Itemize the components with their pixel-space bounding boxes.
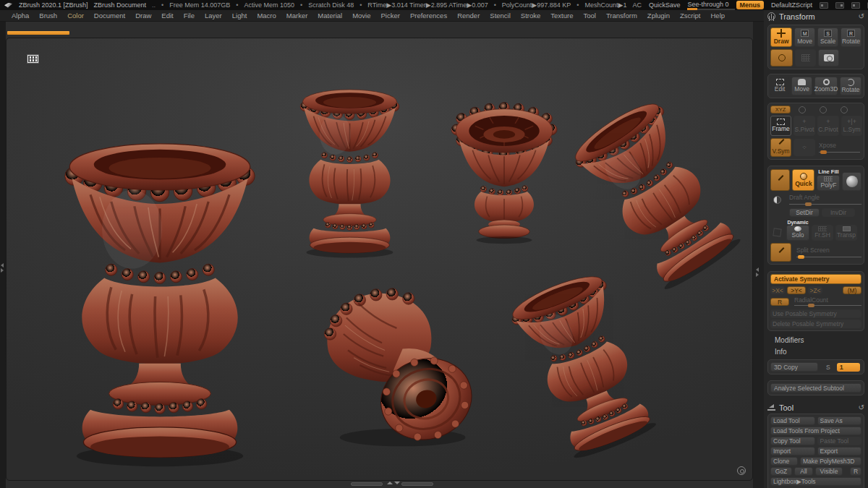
solo-button[interactable]: Solo — [786, 225, 809, 241]
tool-reset-icon[interactable]: ↺ — [859, 403, 864, 411]
menus-button[interactable]: Menus — [736, 1, 765, 9]
gyro-button[interactable] — [795, 49, 816, 67]
see-through-slider[interactable]: See-through 0 — [687, 1, 728, 10]
copy-count-slider[interactable]: 1 — [837, 363, 860, 372]
goz-visible-button[interactable]: Visible — [815, 467, 843, 476]
ghost-cube-icon[interactable] — [773, 228, 781, 236]
menu-file[interactable]: File — [179, 10, 199, 21]
rot-z-icon[interactable] — [841, 106, 848, 114]
menu-texture[interactable]: Texture — [546, 10, 577, 21]
setdir-button[interactable]: SetDir — [789, 208, 820, 217]
rotate-mode-button[interactable]: R Rotate — [841, 27, 861, 47]
copy-tool-button[interactable]: Copy Tool — [770, 437, 815, 445]
delete-posable-symmetry-button[interactable]: Delete Posable Symmetry — [770, 320, 861, 328]
scale-mode-button[interactable]: S Scale — [817, 27, 838, 47]
spix-button[interactable] — [770, 169, 790, 191]
transp-button[interactable]: Transp — [835, 225, 857, 241]
menu-material[interactable]: Material — [313, 10, 346, 21]
make-polymesh3d-button[interactable]: Make PolyMesh3D — [800, 457, 861, 466]
menu-draw[interactable]: Draw — [131, 10, 156, 21]
menu-marker[interactable]: Marker — [282, 10, 312, 21]
dock-left-tray-icon[interactable] — [820, 2, 828, 9]
snapshot-camera-button[interactable] — [818, 49, 839, 67]
nav-zoom3d-button[interactable]: Zoom3D — [814, 77, 838, 95]
frame-button[interactable]: Frame — [770, 116, 791, 136]
menu-zplugin[interactable]: Zplugin — [643, 10, 674, 21]
load-tools-from-project-button[interactable]: Load Tools From Project — [770, 427, 861, 435]
sym-x-button[interactable]: >X< — [770, 286, 785, 294]
lightbox-tools-button[interactable]: Lightbox▶Tools — [770, 477, 861, 486]
dock-right-tray-icon[interactable] — [835, 2, 844, 9]
palette-dock-icon[interactable] — [851, 2, 860, 9]
bottom-tray-bar-left[interactable] — [351, 482, 383, 486]
quicksave-button[interactable]: QuickSave — [649, 1, 681, 9]
save-as-button[interactable]: Save As — [817, 416, 862, 425]
invdir-button[interactable]: InvDir — [822, 208, 855, 217]
v-sym-button[interactable]: V.Sym — [770, 138, 791, 157]
load-tool-button[interactable]: Load Tool — [770, 416, 815, 425]
sym-r-button[interactable]: R — [770, 298, 789, 306]
goz-r-button[interactable]: R — [850, 467, 861, 476]
brush-stroke-button[interactable] — [770, 49, 793, 67]
s-pivot-button[interactable]: + S.Pivot — [793, 116, 815, 136]
bottom-tray-bar-right[interactable] — [401, 482, 433, 486]
canvas-resize-handle-icon[interactable] — [737, 466, 746, 475]
menu-color[interactable]: Color — [63, 10, 88, 21]
activate-symmetry-button[interactable]: Activate Symmetry — [770, 274, 861, 284]
l-sym-button[interactable]: +|+ L.Sym — [841, 116, 862, 136]
frsh-button[interactable]: Fr.SH — [812, 225, 833, 241]
sym-m-button[interactable]: (M) — [843, 286, 861, 294]
copy-3d-button[interactable]: 3D Copy — [770, 362, 818, 372]
reset-icon[interactable]: ↺ — [859, 12, 864, 20]
default-zscript-button[interactable]: DefaultZScript — [771, 1, 812, 9]
menu-render[interactable]: Render — [453, 10, 484, 21]
modifiers-section[interactable]: Modifiers — [767, 336, 864, 344]
clone-button[interactable]: Clone — [770, 457, 798, 466]
xyz-button[interactable]: XYZ — [770, 106, 791, 114]
menu-alpha[interactable]: Alpha — [7, 10, 33, 21]
menu-transform[interactable]: Transform — [602, 10, 642, 21]
menu-tool[interactable]: Tool — [579, 10, 600, 21]
xpose-icon-button[interactable]: ⁘ — [793, 139, 815, 156]
draw-mode-button[interactable]: Draw — [770, 27, 792, 47]
info-section[interactable]: Info — [767, 348, 864, 356]
menu-movie[interactable]: Movie — [348, 10, 375, 21]
goz-button[interactable]: GoZ — [770, 467, 792, 476]
menu-macro[interactable]: Macro — [252, 10, 280, 21]
use-posable-symmetry-button[interactable]: Use Posable Symmetry — [770, 309, 861, 318]
rot-x-icon[interactable] — [799, 106, 806, 114]
radial-count-slider[interactable] — [794, 304, 861, 307]
split-screen-slider[interactable] — [796, 255, 861, 259]
paste-tool-button[interactable]: Paste Tool — [817, 437, 862, 445]
document-canvas[interactable] — [6, 38, 753, 481]
left-tray[interactable] — [0, 22, 6, 488]
xpose-slider[interactable] — [819, 150, 860, 154]
lightbox-divider[interactable] — [7, 31, 69, 35]
goz-all-button[interactable]: All — [794, 467, 813, 476]
menu-stencil[interactable]: Stencil — [485, 10, 515, 21]
nav-move-button[interactable]: Move — [791, 77, 812, 95]
menu-stroke[interactable]: Stroke — [516, 10, 545, 21]
polyf-button[interactable]: PolyF — [817, 175, 840, 191]
menu-brush[interactable]: Brush — [35, 10, 61, 21]
draft-angle-slider[interactable] — [789, 202, 861, 206]
c-pivot-button[interactable]: + C.Pivot — [817, 116, 839, 136]
backface-icon[interactable] — [773, 196, 781, 204]
bottom-tray[interactable] — [6, 481, 753, 488]
pixol-button[interactable] — [770, 243, 791, 262]
move-mode-button[interactable]: M Move — [794, 27, 815, 47]
import-button[interactable]: Import — [770, 447, 815, 455]
menu-edit[interactable]: Edit — [157, 10, 177, 21]
edit-button[interactable]: Edit — [770, 77, 789, 95]
quick-button[interactable]: Quick — [792, 169, 814, 191]
menu-light[interactable]: Light — [228, 10, 252, 21]
tool-palette-header[interactable]: Tool ↺ — [767, 401, 864, 414]
transform-palette-header[interactable]: Transform ↺ — [767, 10, 864, 22]
sym-z-button[interactable]: >Z< — [808, 286, 822, 294]
sym-y-button[interactable]: >Y< — [787, 286, 806, 294]
analyze-subtool-button[interactable]: Analyze Selected Subtool — [770, 383, 861, 393]
menu-preferences[interactable]: Preferences — [406, 10, 451, 21]
menu-document[interactable]: Document — [90, 10, 129, 21]
menu-help[interactable]: Help — [707, 10, 730, 21]
rot-y-icon[interactable] — [820, 106, 827, 114]
